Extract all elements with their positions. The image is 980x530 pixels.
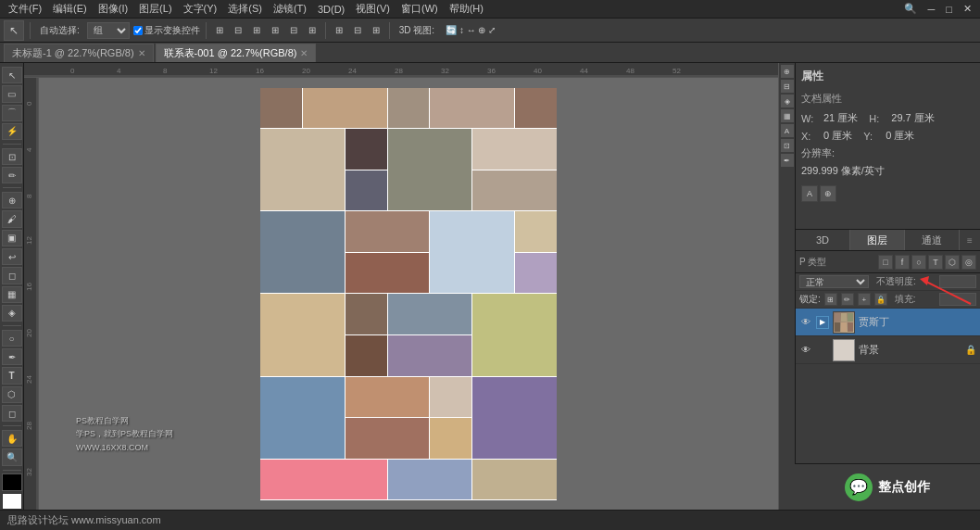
path-tool[interactable]: ⬡ [2,386,22,403]
prop-icon-2[interactable]: ⊕ [820,185,836,202]
width-value: 21 厘米 [823,111,858,125]
svg-text:32: 32 [25,468,33,476]
align-middle-btn[interactable]: ⊟ [286,23,301,37]
stamp-tool[interactable]: ▣ [2,230,22,246]
svg-text:44: 44 [580,67,588,75]
menu-3d[interactable]: 3D(D) [313,4,349,15]
distribute2-btn[interactable]: ⊟ [350,23,365,37]
svg-text:4: 4 [25,147,33,152]
mini-tool-7[interactable]: ✒ [781,154,794,167]
menu-text[interactable]: 文字(Y) [179,2,222,16]
layer-item-bieber[interactable]: 👁 ▶ 贾斯丁 [796,309,980,336]
brush-tool[interactable]: 🖌 [2,210,22,227]
select-tool[interactable]: ▭ [2,85,22,102]
align-bottom-btn[interactable]: ⊞ [305,23,320,37]
menu-edit[interactable]: 编辑(E) [48,2,92,16]
menu-view[interactable]: 视图(V) [351,2,395,16]
svg-text:12: 12 [25,236,33,245]
layer-name-bg: 背景 [859,343,961,357]
tab-close-untitled[interactable]: ✕ [138,48,145,58]
lock-move-icon[interactable]: + [858,293,871,306]
tab-close-contacts[interactable]: ✕ [300,48,308,58]
tab-untitled[interactable]: 未标题-1 @ 22.7%(RGB/8) ✕ [4,44,154,62]
hand-tool[interactable]: ✋ [2,430,22,447]
shape-tool[interactable]: ◻ [2,405,22,422]
svg-text:32: 32 [441,67,449,75]
wand-tool[interactable]: ⚡ [2,123,22,140]
filter-icon-1[interactable]: □ [878,255,893,270]
menu-image[interactable]: 图像(I) [94,2,132,16]
show-transform-label[interactable]: 显示变换控件 [133,24,200,37]
filter-icon-6[interactable]: ◎ [961,255,976,270]
align-top-btn[interactable]: ⊞ [268,23,283,37]
mini-tool-6[interactable]: ⊡ [781,139,794,152]
foreground-color[interactable] [2,473,22,490]
filter-icon-2[interactable]: f [895,255,910,270]
search-icon[interactable]: 🔍 [899,3,922,15]
prop-icon-1[interactable]: A [801,185,818,202]
crop-tool[interactable]: ⊡ [2,148,22,165]
menu-file[interactable]: 文件(F) [4,2,46,16]
background-color[interactable] [2,493,22,510]
menu-layer[interactable]: 图层(L) [134,2,176,16]
distribute-btn[interactable]: ⊞ [332,23,346,37]
lasso-tool[interactable]: ⌒ [2,105,22,121]
layer-visibility-bieber[interactable]: 👁 [799,316,812,329]
canvas-content: PS教程自学网 学PS，就到PS教程自学网 WWW.16XX8.COM [39,78,778,510]
menu-filter[interactable]: 滤镜(T) [269,2,311,16]
menu-select[interactable]: 选择(S) [223,2,267,16]
wechat-brand: 💬 整点创作 [795,463,980,510]
mini-tool-5[interactable]: A [781,124,794,137]
gradient-tool[interactable]: ▦ [2,286,22,303]
blur-tool[interactable]: ◈ [2,305,22,322]
lock-paint-icon[interactable]: ✏ [841,293,854,306]
filter-icon-5[interactable]: ⬡ [945,255,960,270]
align-right-btn[interactable]: ⊞ [249,23,264,37]
restore-btn[interactable]: □ [941,4,957,15]
lock-all-icon[interactable]: 🔒 [874,293,887,306]
minimize-btn[interactable]: ─ [923,4,940,15]
move-tool[interactable]: ↖ [2,67,22,83]
healing-tool[interactable]: ⊕ [2,192,22,208]
dodge-tool[interactable]: ○ [2,330,22,347]
tab-3d[interactable]: 3D [796,230,850,250]
tab-layers[interactable]: 图层 [850,230,905,250]
fill-input[interactable]: 100% [939,293,976,306]
menu-help[interactable]: 帮助(H) [445,2,488,16]
eraser-tool[interactable]: ◻ [2,267,22,284]
pen-tool[interactable]: ✒ [2,348,22,365]
show-transform-checkbox[interactable] [133,26,143,35]
zoom-tool[interactable]: 🔍 [2,448,22,465]
tab-contacts[interactable]: 联系表-001 @ 22.7%(RGB/8) ✕ [156,44,317,62]
mini-tool-2[interactable]: ⊟ [781,80,794,93]
menu-window[interactable]: 窗口(W) [396,2,443,16]
align-left-btn[interactable]: ⊞ [212,23,227,37]
y-label: Y: [863,131,882,142]
width-label: W: [801,113,820,124]
history-tool[interactable]: ↩ [2,248,22,265]
lock-transparency-icon[interactable]: ⊞ [824,293,837,306]
filter-icon-3[interactable]: ○ [911,255,926,270]
blend-mode-select[interactable]: 正常 [799,275,869,288]
mini-tool-3[interactable]: ◈ [781,95,794,107]
align-center-btn[interactable]: ⊟ [231,23,245,37]
layer-visibility-bg[interactable]: 👁 [799,344,812,357]
auto-select-dropdown[interactable]: 组 图层 [87,22,130,39]
mini-tool-4[interactable]: ▦ [781,109,794,122]
tab-channels[interactable]: 通道 [905,230,960,250]
doc-properties-label: 文档属性 [801,92,974,106]
mini-tool-1[interactable]: ⊕ [781,65,794,78]
svg-text:4: 4 [117,67,121,75]
3d-controls[interactable]: 🔄 ↕ ↔ ⊕ ⤢ [442,23,499,37]
filter-icon-4[interactable]: T [928,255,943,270]
svg-text:0: 0 [70,67,75,75]
panel-menu-btn[interactable]: ≡ [960,230,980,250]
close-btn[interactable]: ✕ [959,3,976,15]
move-tool-icon[interactable]: ↖ [4,20,24,41]
ruler-horizontal: 0 4 8 12 16 20 24 28 32 36 40 44 48 52 [24,63,778,78]
eyedropper-tool[interactable]: ✏ [2,167,22,183]
layer-item-background[interactable]: 👁 背景 🔒 [796,336,980,364]
distribute3-btn[interactable]: ⊞ [369,23,383,37]
text-tool[interactable]: T [2,367,22,384]
opacity-input[interactable]: 100% [939,275,976,288]
